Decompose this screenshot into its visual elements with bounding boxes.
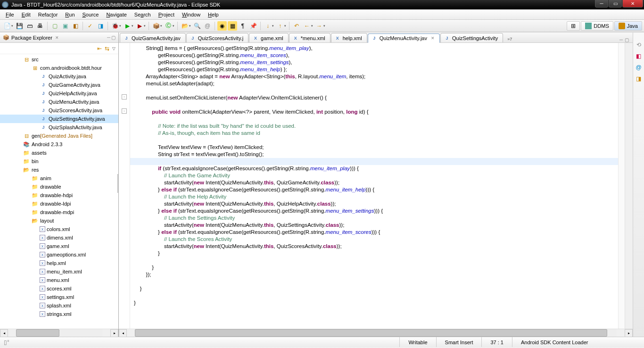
tree-folder[interactable]: 📁drawable [0,182,118,191]
close-view-icon[interactable]: ✕ [55,35,59,40]
code-line[interactable] [130,101,618,108]
link-editor-icon[interactable]: ⇆ [105,45,109,52]
code-line[interactable]: } else if (strText.equalsIgnoreCase(getR… [130,229,618,236]
open-type-icon[interactable]: 📂 [180,21,190,31]
outline-icon[interactable]: @ [635,64,643,71]
code-line[interactable] [130,137,618,144]
menu-edit[interactable]: Edit [18,10,34,19]
tree-xml-file[interactable]: xcolors.xml [0,225,118,233]
editor-maximize-icon[interactable]: ▢ [625,37,629,42]
task-list-icon[interactable]: ◧ [635,52,643,60]
editor-tab[interactable]: JQuizSettingsActivity [440,33,503,42]
menu-source[interactable]: Source [79,10,103,19]
tree-xml-file[interactable]: xgame.xml [0,242,118,250]
next-annotation-icon[interactable]: ↓ [263,21,272,31]
tree-folder-bin[interactable]: 📁bin [0,157,118,166]
toggle-block-icon[interactable]: ▦ [228,21,237,31]
scroll-left-button[interactable]: ◂ [119,329,127,337]
debug-icon[interactable]: 🐞 [110,21,120,31]
menu-file[interactable]: File [2,10,18,19]
open-perspective-button[interactable]: ⊞ [567,21,580,31]
code-line[interactable]: } else if (strText.equalsIgnoreCase(getR… [130,207,618,215]
editor-tab[interactable]: Xgame.xml [249,33,289,42]
tree-xml-file[interactable]: xmenu_item.xml [0,267,118,276]
code-line[interactable]: getResources().getString(R.string.menu_i… [130,59,618,66]
tree-xml-file[interactable]: xdimens.xml [0,233,118,242]
save-all-icon[interactable]: 🗃 [25,21,34,31]
tree-xml-file[interactable]: xstrings.xml [0,310,118,318]
menu-window[interactable]: Window [178,10,204,19]
editor-minimize-icon[interactable]: ─ [619,37,623,42]
editor-gutter[interactable]: - - [119,43,130,329]
code-line[interactable]: // As-is, though, each item has the same… [130,130,618,137]
code-line[interactable]: } [130,264,618,271]
prev-annotation-icon[interactable]: ↑ [275,21,285,31]
fold-toggle-icon[interactable]: - [122,108,127,114]
print-icon[interactable]: 🖶 [35,21,45,31]
tree-java-file[interactable]: JQuizMenuActivity.java [0,98,118,106]
new-class-icon[interactable]: Ⓒ [164,21,173,31]
tree-java-file[interactable]: JQuizSplashActivity.java [0,123,118,132]
collapse-all-icon[interactable]: ⇤ [97,45,102,52]
code-line[interactable]: getResources().getString(R.string.menu_i… [130,52,618,59]
close-tab-icon[interactable]: ✕ [431,36,435,41]
tree-folder-src[interactable]: ⊟src [0,55,118,64]
menu-help[interactable]: Help [204,10,223,19]
package-tree[interactable]: ⊟src ⊞com.androidbook.btdt.hour JQuizAct… [0,54,118,329]
code-line[interactable]: ArrayAdapter<String> adapt = new ArrayAd… [130,73,618,80]
pin-icon[interactable]: 📌 [248,21,258,31]
fold-toggle-icon[interactable]: - [122,94,127,99]
menu-project[interactable]: Project [155,10,178,19]
code-line[interactable] [130,278,618,285]
tree-library-android[interactable]: 📚Android 2.3.3 [0,140,118,149]
tree-java-file[interactable]: JQuizHelpActivity.java [0,89,118,98]
menu-run[interactable]: Run [61,10,78,19]
editor-tab[interactable]: X*menu.xml [289,33,330,42]
tree-folder[interactable]: 📁drawable-hdpi [0,191,118,199]
code-line[interactable]: // Note: if the list was built "by hand"… [130,123,618,130]
tree-xml-file[interactable]: xhelp.xml [0,259,118,267]
toggle-mark-icon[interactable]: ◉ [217,21,227,31]
restore-icon[interactable]: ⟲ [635,41,643,49]
back-icon[interactable]: ← [302,21,312,31]
code-line[interactable] [130,292,618,299]
search-icon[interactable]: 🔍 [192,21,202,31]
xml-icon[interactable]: ◨ [96,21,105,31]
new-package-icon[interactable]: 📦 [151,21,161,31]
code-line[interactable]: getResources().getString(R.string.menu_i… [130,66,618,73]
tree-xml-file[interactable]: xmenu.xml [0,276,118,284]
annotation-icon[interactable]: @ [203,21,212,31]
editor-hscrollbar[interactable]: ◂ ▸ [119,329,633,337]
code-line[interactable]: menuList.setOnItemClickListener(new Adap… [130,94,618,101]
external-tools-icon[interactable]: ▶ [135,21,144,31]
tree-folder[interactable]: 📁drawable-ldpi [0,199,118,208]
code-line[interactable]: public void onItemClick(AdapterView<?> p… [130,108,618,116]
tree-folder[interactable]: 📁drawable-mdpi [0,208,118,216]
overview-ruler[interactable] [618,43,625,329]
code-line[interactable]: menuList.setAdapter(adapt); [130,80,618,87]
tree-folder[interactable]: 📁anim [0,174,118,182]
editor-tab[interactable]: JQuizMenuActivity.jav✕ [368,33,440,43]
tree-xml-file[interactable]: xgameoptions.xml [0,250,118,259]
android-sdk-icon[interactable]: ▢ [50,21,59,31]
menu-refactor[interactable]: Refactor [34,10,62,19]
tree-java-file[interactable]: JQuizGameActivity.java [0,81,118,89]
code-line[interactable] [130,116,618,123]
code-line[interactable]: String[] items = { getResources().getStr… [130,45,618,52]
tree-package[interactable]: ⊞com.androidbook.btdt.hour [0,64,118,72]
code-line[interactable]: } [130,299,618,307]
code-line[interactable]: // Launch the Scores Activity [130,236,618,243]
android-project-icon[interactable]: ◧ [71,21,80,31]
editor-tab[interactable]: JQuizGameActivity.jav [120,33,186,42]
scroll-right-button[interactable]: ▸ [625,329,633,337]
tree-java-file[interactable]: JQuizScoresActivity.java [0,106,118,115]
scroll-left-button[interactable]: ◂ [0,329,8,337]
tree-java-file[interactable]: JQuizActivity.java [0,72,118,81]
menu-search[interactable]: Search [131,10,155,19]
tree-xml-file[interactable]: xsettings.xml [0,293,118,301]
tree-folder-gen[interactable]: ⊟gen [Generated Java Files] [0,132,118,140]
show-key-assist-icon[interactable]: ▯° [4,339,9,346]
scroll-thumb[interactable] [135,329,607,337]
code-line[interactable]: startActivity(new Intent(QuizMenuActivit… [130,243,618,250]
maximize-button[interactable]: ▭ [609,0,622,8]
